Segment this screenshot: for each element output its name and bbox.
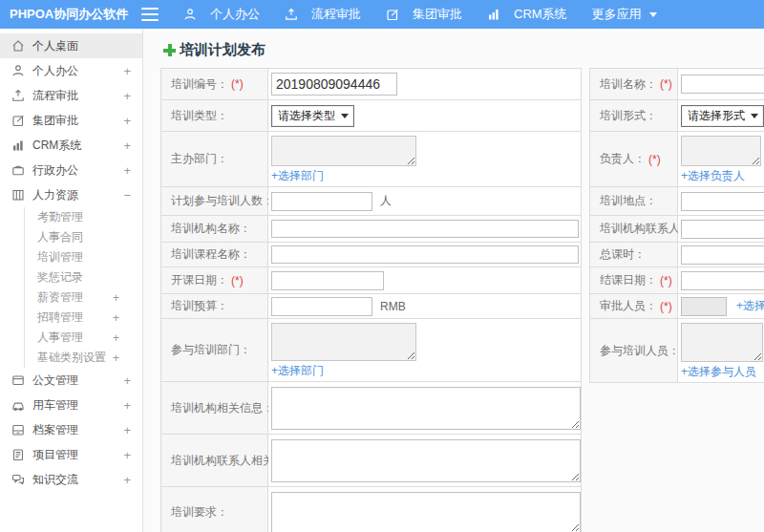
sidebar-subitem-hr-contract[interactable]: 人事合同	[37, 227, 142, 247]
sidebar-item-label: CRM系统	[32, 138, 81, 154]
field-cell	[678, 216, 764, 242]
nav-personal-office[interactable]: 个人办公	[183, 6, 260, 23]
field-label: 培训机构联系人相关信息：	[161, 435, 268, 486]
select-value: 请选择形式	[688, 108, 745, 124]
nav-workflow-approval[interactable]: 流程审批	[285, 6, 361, 23]
sidebar-item-admin-office[interactable]: 行政办公 +	[0, 158, 142, 182]
training-no-input[interactable]	[271, 73, 397, 96]
org-name-input[interactable]	[271, 220, 579, 238]
required-mark: (*)	[231, 274, 244, 287]
chat-icon	[11, 473, 25, 486]
leader-box[interactable]	[681, 136, 761, 166]
label-text: 培训机构相关信息：	[171, 400, 274, 416]
budget-input[interactable]	[271, 297, 372, 316]
sidebar-subitem-personnel[interactable]: 人事管理 +	[37, 328, 142, 348]
expand-plus-icon[interactable]: +	[123, 64, 131, 78]
select-dept-link[interactable]: +选择部门	[271, 168, 324, 184]
field-cell	[268, 69, 581, 99]
expand-plus-icon[interactable]: +	[123, 373, 131, 388]
nav-more-apps[interactable]: 更多应用	[592, 6, 657, 23]
training-require-textarea[interactable]	[271, 492, 581, 532]
expand-plus-icon[interactable]: +	[123, 89, 131, 103]
sidebar-subitem-recruit[interactable]: 招聘管理 +	[37, 308, 142, 328]
briefcase-icon	[11, 163, 25, 177]
field-label: 培训类型：	[161, 100, 268, 131]
training-type-select[interactable]: 请选择类型	[271, 105, 354, 127]
sidebar-item-personal-desktop[interactable]: 个人桌面	[0, 33, 142, 58]
sidebar-item-knowledge[interactable]: 知识交流 +	[0, 467, 142, 492]
sidebar-subitem-label: 基础类别设置	[37, 350, 106, 366]
expand-plus-icon[interactable]: +	[123, 448, 131, 462]
select-leader-link[interactable]: +选择负责人	[681, 168, 745, 184]
menu-toggle-icon[interactable]	[141, 8, 159, 21]
sidebar-item-personal-office[interactable]: 个人办公 +	[0, 58, 142, 83]
label-text: 培训要求：	[171, 504, 228, 521]
sidebar-item-projects[interactable]: 项目管理 +	[0, 442, 142, 467]
caret-down-icon	[751, 114, 758, 118]
training-place-input[interactable]	[681, 192, 764, 211]
sidebar-item-hr[interactable]: 人力资源 −	[0, 182, 142, 207]
expand-plus-icon[interactable]: +	[123, 473, 131, 487]
nav-group-approval[interactable]: 集团审批	[386, 6, 462, 23]
training-plan-form: 培训编号：(*) 培训类型： 请选择类型 主办部门： +选择部门 计划参与培训人…	[160, 68, 764, 532]
select-participants-link[interactable]: +选择参与人员	[681, 364, 756, 380]
label-text: 培训类型：	[171, 108, 228, 124]
expand-plus-icon[interactable]: +	[123, 423, 131, 437]
sidebar-item-group-approval[interactable]: 集团审批 +	[0, 108, 142, 133]
page-title-bar: 培训计划发布	[144, 29, 764, 68]
nav-label: 集团审批	[413, 6, 462, 23]
field-cell: +选择负责人	[678, 132, 764, 186]
course-name-input[interactable]	[271, 245, 579, 264]
field-cell	[268, 382, 581, 434]
expand-plus-icon[interactable]: +	[123, 138, 131, 153]
form-row-approver: 审批人员：(*) +选择审批人员	[590, 294, 764, 319]
org-info-textarea[interactable]	[271, 387, 581, 430]
archive-icon	[11, 423, 25, 436]
training-form-select[interactable]: 请选择形式	[681, 105, 764, 127]
end-date-input[interactable]	[681, 271, 764, 290]
field-cell	[268, 243, 581, 266]
select-dept-link[interactable]: +选择部门	[271, 363, 324, 379]
host-dept-box[interactable]	[271, 136, 416, 166]
start-date-input[interactable]	[271, 271, 384, 290]
sidebar-item-documents[interactable]: 公文管理 +	[0, 368, 142, 393]
sidebar-subitem-attendance[interactable]: 考勤管理	[37, 207, 142, 227]
approver-input[interactable]	[681, 297, 727, 316]
document-icon	[11, 373, 25, 387]
sidebar-item-vehicle[interactable]: 用车管理 +	[0, 393, 142, 417]
label-text: 总课时：	[600, 246, 646, 263]
field-label: 负责人：(*)	[590, 132, 678, 186]
field-label: 结课日期：(*)	[590, 267, 678, 293]
sidebar-item-label: 人力资源	[32, 187, 78, 203]
total-hours-input[interactable]	[681, 245, 764, 265]
sidebar-subitem-rewards[interactable]: 奖惩记录	[37, 267, 142, 287]
sidebar-item-workflow-approval[interactable]: 流程审批 +	[0, 83, 142, 108]
sidebar: 个人桌面 个人办公 + 流程审批 + 集团审批 + CRM系统 + 行政办公 +…	[0, 29, 143, 532]
sidebar-subitem-salary[interactable]: 薪资管理 +	[37, 287, 142, 308]
org-contact-info-textarea[interactable]	[271, 439, 581, 482]
training-name-input[interactable]	[681, 74, 764, 94]
org-contact-input[interactable]	[681, 220, 764, 239]
sidebar-item-archives[interactable]: 档案管理 +	[0, 417, 142, 442]
field-label: 培训机构联系人：	[590, 216, 678, 242]
sidebar-subitem-label: 人事管理	[37, 330, 83, 346]
expand-plus-icon[interactable]: +	[113, 291, 119, 305]
add-plus-icon	[163, 44, 176, 56]
expand-plus-icon[interactable]: +	[113, 311, 119, 325]
sidebar-item-crm-system[interactable]: CRM系统 +	[0, 133, 142, 158]
participants-box[interactable]	[681, 323, 763, 362]
select-approver-link[interactable]: +选择审批人员	[736, 298, 764, 314]
sidebar-subitem-base-category[interactable]: 基础类别设置 +	[37, 348, 142, 368]
expand-plus-icon[interactable]: +	[123, 114, 131, 128]
expand-plus-icon[interactable]: +	[123, 398, 131, 413]
expand-plus-icon[interactable]: +	[113, 351, 119, 365]
sidebar-item-label: 个人办公	[32, 63, 78, 79]
expand-plus-icon[interactable]: +	[113, 331, 119, 345]
sidebar-subitem-label: 奖惩记录	[37, 269, 83, 286]
join-dept-box[interactable]	[271, 323, 416, 361]
sidebar-subitem-training[interactable]: 培训管理	[37, 247, 142, 267]
expand-plus-icon[interactable]: +	[123, 163, 131, 178]
nav-crm-system[interactable]: CRM系统	[487, 6, 567, 23]
planned-count-input[interactable]	[271, 192, 372, 211]
collapse-minus-icon[interactable]: −	[123, 188, 131, 202]
